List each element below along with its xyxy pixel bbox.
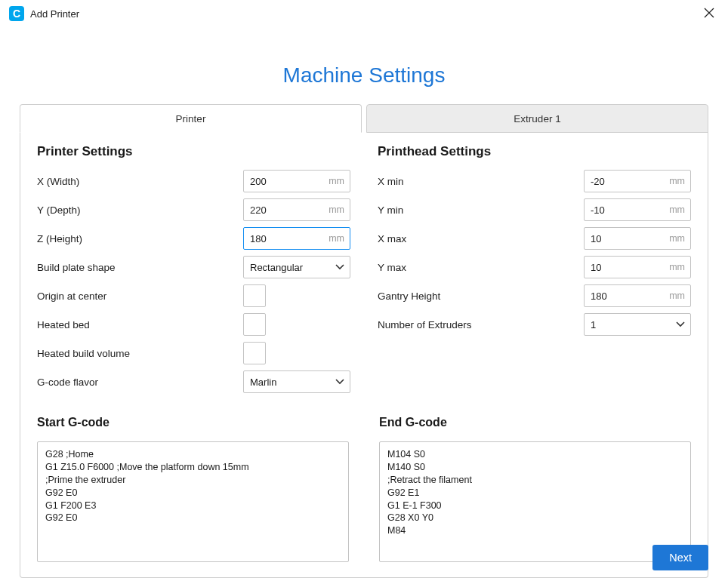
gcode-flavor-label: G-code flavor (37, 377, 243, 388)
printer-panel: Printer Settings X (Width) mm Y (Depth) … (20, 132, 708, 578)
y-depth-input[interactable] (243, 198, 350, 221)
num-extruders-label: Number of Extruders (378, 319, 584, 330)
row-build-plate-shape: Build plate shape Rectangular (37, 256, 350, 278)
y-max-input[interactable] (584, 256, 691, 278)
app-icon-letter: C (13, 8, 20, 20)
end-gcode-section: End G-code M104 S0 M140 S0 ;Retract the … (379, 416, 691, 562)
tabs: Printer Extruder 1 (20, 104, 708, 133)
x-max-input[interactable] (584, 227, 691, 250)
close-icon[interactable] (699, 6, 719, 20)
y-max-label: Y max (378, 262, 584, 273)
x-min-input[interactable] (584, 170, 691, 192)
z-height-input[interactable] (243, 227, 350, 250)
printhead-settings-heading: Printhead Settings (378, 144, 691, 159)
select-value: Marlin (250, 377, 276, 388)
x-max-label: X max (378, 233, 584, 244)
y-min-input[interactable] (584, 198, 691, 221)
printer-settings-column: Printer Settings X (Width) mm Y (Depth) … (37, 144, 350, 399)
app-icon: C (9, 6, 24, 21)
heated-volume-checkbox[interactable] (243, 342, 266, 364)
row-y-min: Y min mm (378, 198, 691, 221)
row-y-depth: Y (Depth) mm (37, 198, 350, 221)
start-gcode-heading: Start G-code (37, 416, 349, 429)
x-width-label: X (Width) (37, 176, 243, 187)
heated-volume-label: Heated build volume (37, 348, 243, 359)
x-min-label: X min (378, 176, 584, 187)
end-gcode-heading: End G-code (379, 416, 691, 429)
page-title: Machine Settings (0, 63, 728, 88)
heated-bed-label: Heated bed (37, 319, 243, 330)
row-x-min: X min mm (378, 170, 691, 192)
printer-settings-heading: Printer Settings (37, 144, 350, 159)
tab-extruder-1[interactable]: Extruder 1 (366, 104, 708, 133)
heated-bed-checkbox[interactable] (243, 313, 266, 336)
row-z-height: Z (Height) mm (37, 227, 350, 250)
gantry-height-label: Gantry Height (378, 290, 584, 302)
row-heated-bed: Heated bed (37, 313, 350, 336)
row-x-max: X max mm (378, 227, 691, 250)
select-value: Rectangular (250, 262, 303, 273)
origin-center-checkbox[interactable] (243, 284, 266, 307)
start-gcode-section: Start G-code G28 ;Home G1 Z15.0 F6000 ;M… (37, 416, 349, 562)
row-x-width: X (Width) mm (37, 170, 350, 192)
row-heated-volume: Heated build volume (37, 342, 350, 364)
window-title: Add Printer (30, 8, 79, 20)
row-num-extruders: Number of Extruders 1 (378, 313, 691, 336)
gantry-height-input[interactable] (584, 284, 691, 307)
build-plate-shape-select[interactable]: Rectangular (243, 256, 350, 278)
y-min-label: Y min (378, 204, 584, 216)
row-origin-center: Origin at center (37, 284, 350, 307)
printhead-settings-column: Printhead Settings X min mm Y min mm (378, 144, 691, 399)
num-extruders-select[interactable]: 1 (584, 313, 691, 336)
y-depth-label: Y (Depth) (37, 204, 243, 216)
next-button[interactable]: Next (652, 545, 708, 570)
end-gcode-textarea[interactable]: M104 S0 M140 S0 ;Retract the filament G9… (379, 441, 691, 562)
titlebar: C Add Printer (0, 0, 728, 27)
origin-center-label: Origin at center (37, 290, 243, 302)
x-width-input[interactable] (243, 170, 350, 192)
row-gantry-height: Gantry Height mm (378, 284, 691, 307)
next-button-label: Next (669, 552, 692, 564)
gcode-flavor-select[interactable]: Marlin (243, 370, 350, 393)
select-value: 1 (591, 319, 596, 330)
tab-label: Printer (176, 113, 206, 124)
tab-label: Extruder 1 (514, 113, 560, 124)
row-gcode-flavor: G-code flavor Marlin (37, 370, 350, 393)
start-gcode-textarea[interactable]: G28 ;Home G1 Z15.0 F6000 ;Move the platf… (37, 441, 349, 562)
tab-printer[interactable]: Printer (20, 104, 362, 133)
row-y-max: Y max mm (378, 256, 691, 278)
build-plate-shape-label: Build plate shape (37, 262, 243, 273)
z-height-label: Z (Height) (37, 233, 243, 244)
